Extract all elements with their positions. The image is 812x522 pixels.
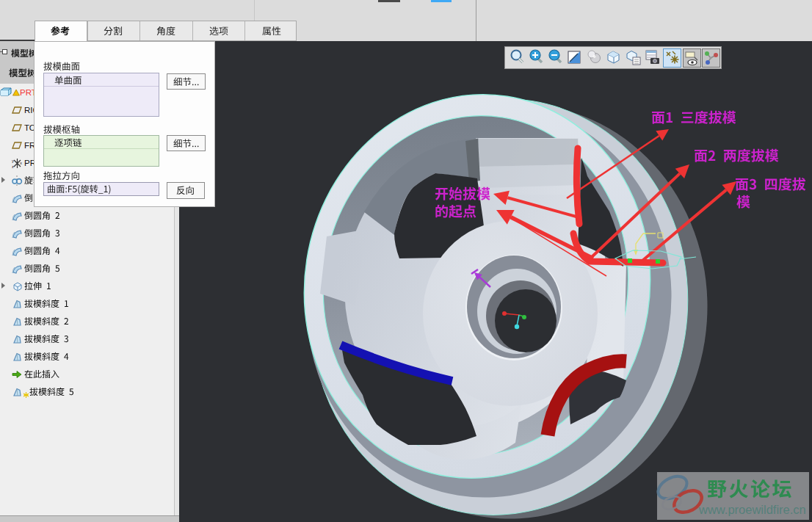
svg-text:z: z — [12, 164, 14, 169]
svg-text:y: y — [12, 159, 14, 163]
svg-text:x: x — [20, 161, 22, 165]
svg-text:www.proewildfire.cn: www.proewildfire.cn — [698, 503, 806, 516]
